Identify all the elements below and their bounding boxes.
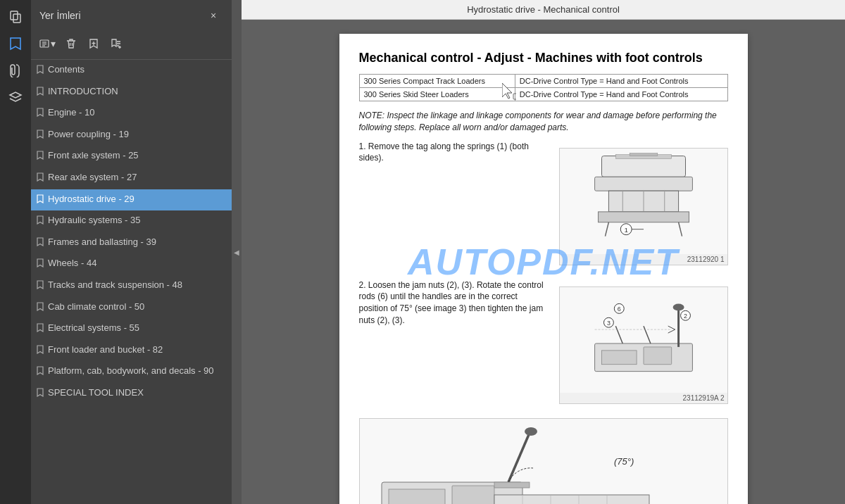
document-page: Mechanical control - Adjust - Machines w… (339, 34, 748, 504)
svg-rect-16 (594, 177, 692, 191)
figure-2-content: 2 3 6 (560, 287, 727, 393)
bookmark-icon-1 (37, 87, 44, 99)
bookmark-item-12[interactable]: Electrical systems - 55 (31, 318, 232, 340)
bookmarks-panel-icon[interactable] (4, 32, 27, 55)
left-toolbar (0, 0, 31, 504)
bookmark-icon-9 (37, 258, 44, 271)
attachment-icon[interactable] (4, 59, 27, 82)
bookmark-item-3[interactable]: Power coupling - 19 (31, 125, 232, 146)
add-bookmark-button[interactable] (84, 34, 104, 53)
bookmark-from-structure-button[interactable] (106, 34, 126, 53)
bookmark-item-0[interactable]: Contents (31, 60, 232, 82)
bookmarks-title: Yer İmleri (39, 10, 81, 21)
bookmark-icon-8 (37, 237, 44, 250)
bookmark-icon-3 (37, 130, 44, 142)
bookmark-options-dropdown[interactable]: ▾ (37, 34, 58, 53)
bookmark-item-9[interactable]: Wheels - 44 (31, 253, 232, 275)
bookmark-label-5: Rear axle system - 27 (48, 172, 223, 184)
svg-rect-15 (630, 153, 658, 156)
bookmark-icon-2 (37, 108, 44, 120)
svg-rect-1 (13, 14, 20, 23)
bookmark-item-13[interactable]: Front loader and bucket - 82 (31, 340, 232, 362)
svg-line-35 (644, 326, 651, 344)
bookmark-label-12: Electrical systems - 55 (48, 322, 223, 334)
figure-1-caption: 23112920 1 (560, 254, 727, 265)
bookmark-label-6: Hydrostatic drive - 29 (48, 194, 223, 206)
svg-rect-44 (389, 489, 445, 504)
series-table: 300 Series Compact Track LoadersDC-Drive… (359, 74, 728, 101)
figure-1-container: 1 23112920 1 (559, 141, 728, 272)
bookmark-label-0: Contents (48, 64, 223, 76)
svg-rect-29 (644, 347, 672, 365)
bookmark-item-14[interactable]: Platform, cab, bodywork, and decals - 90 (31, 361, 232, 383)
svg-text:3: 3 (606, 320, 610, 327)
bookmark-item-5[interactable]: Rear axle system - 27 (31, 168, 232, 189)
bookmark-item-2[interactable]: Engine - 10 (31, 103, 232, 125)
table-cell: DC-Drive Control Type = Hand and Foot Co… (515, 75, 727, 88)
bookmark-icon-13 (37, 345, 44, 358)
svg-text:6: 6 (617, 305, 620, 313)
bookmark-icon-12 (37, 323, 44, 336)
svg-rect-50 (494, 495, 649, 504)
document-body: AUTOPDF.NET Mechanical control - Adjust … (242, 20, 845, 504)
figure-1-content: 1 (560, 149, 727, 254)
bookmark-icon-7 (37, 215, 44, 228)
bookmark-item-10[interactable]: Tracks and track suspension - 48 (31, 275, 232, 297)
svg-point-31 (672, 303, 684, 310)
bookmark-item-1[interactable]: INTRODUCTION (31, 82, 232, 103)
bookmark-label-11: Cab climate control - 50 (48, 301, 223, 313)
svg-line-42 (668, 329, 675, 333)
svg-line-41 (668, 326, 675, 329)
bookmarks-toolbar: ▾ (31, 31, 232, 60)
bookmark-label-9: Wheels - 44 (48, 258, 223, 270)
bookmark-icon-14 (37, 366, 44, 379)
figure-3: (75°) 23112922 3 (359, 418, 728, 504)
svg-line-34 (615, 326, 622, 344)
bookmark-icon-11 (37, 302, 44, 315)
figure-2-caption: 23112919A 2 (560, 393, 727, 403)
bookmark-icon-4 (37, 151, 44, 163)
page-title: Mechanical control - Adjust - Machines w… (359, 51, 728, 65)
layers-panel-icon[interactable] (4, 86, 27, 108)
chevron-left-icon: ◀ (234, 248, 239, 256)
step-2-row: 2. Loosen the jam nuts (2), (3). Rotate … (359, 279, 728, 411)
svg-rect-45 (452, 486, 494, 504)
figure-2: 2 3 6 (559, 286, 728, 404)
delete-bookmark-button[interactable] (61, 34, 81, 53)
document-header: Hydrostatic drive - Mechanical control (242, 0, 845, 20)
bookmarks-header: Yer İmleri × (31, 0, 232, 31)
main-content: Hydrostatic drive - Mechanical control A… (242, 0, 845, 504)
doc-note: NOTE: Inspect the linkage and linkage co… (359, 110, 728, 134)
svg-line-22 (605, 222, 608, 236)
bookmark-item-6[interactable]: Hydrostatic drive - 29 (31, 189, 232, 211)
bookmark-label-1: INTRODUCTION (48, 86, 223, 98)
svg-text:2: 2 (684, 313, 687, 320)
bookmark-item-15[interactable]: SPECIAL TOOL INDEX (31, 383, 232, 405)
bookmarks-panel: Yer İmleri × ▾ (31, 0, 232, 504)
svg-line-23 (678, 222, 682, 236)
bookmark-label-7: Hydraulic systems - 35 (48, 215, 223, 227)
figure-1: 1 23112920 1 (559, 148, 728, 265)
step-2-text: 2. Loosen the jam nuts (2), (3). Rotate … (359, 279, 548, 327)
bookmark-label-14: Platform, cab, bodywork, and decals - 90 (48, 365, 223, 377)
bookmark-item-4[interactable]: Front axle system - 25 (31, 146, 232, 168)
svg-rect-13 (601, 156, 685, 177)
svg-text:1: 1 (624, 225, 628, 233)
bookmark-label-8: Frames and ballasting - 39 (48, 237, 223, 248)
bookmark-icon-0 (37, 65, 44, 77)
bookmark-icon-15 (37, 388, 44, 401)
dropdown-arrow-icon: ▾ (51, 38, 56, 49)
bookmark-item-11[interactable]: Cab climate control - 50 (31, 297, 232, 319)
page-nav-icon[interactable] (4, 6, 27, 28)
panel-collapse-handle[interactable]: ◀ (232, 0, 242, 504)
svg-rect-49 (494, 482, 530, 488)
svg-line-46 (508, 433, 530, 482)
bookmarks-list: ContentsINTRODUCTIONEngine - 10Power cou… (31, 60, 232, 504)
bookmark-item-8[interactable]: Frames and ballasting - 39 (31, 232, 232, 254)
bookmark-item-7[interactable]: Hydraulic systems - 35 (31, 210, 232, 232)
close-panel-button[interactable]: × (204, 6, 223, 25)
step-1-row: 1. Remove the tag along the springs (1) … (359, 141, 728, 272)
table-cell: 300 Series Skid Steer Loaders (359, 88, 515, 101)
svg-rect-0 (11, 11, 18, 20)
step-1-text: 1. Remove the tag along the springs (1) … (359, 141, 548, 165)
